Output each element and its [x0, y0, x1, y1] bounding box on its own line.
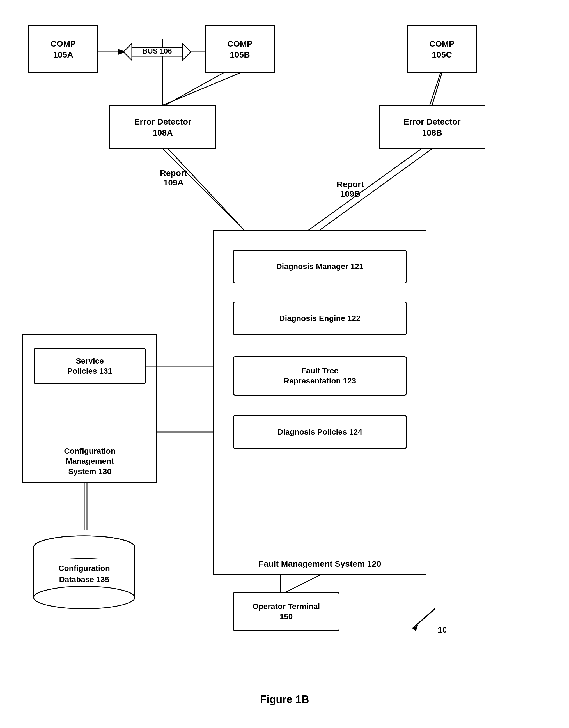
svg-marker-14 — [123, 43, 132, 60]
error-detector-108b: Error Detector108B — [379, 105, 485, 149]
reference-100: 100 — [401, 603, 446, 638]
diagnosis-policies-124: Diagnosis Policies 124 — [233, 415, 407, 449]
fault-tree-representation-123: Fault Tree Representation 123 — [233, 356, 407, 396]
arrow-100-svg: 100 — [401, 603, 446, 637]
svg-line-23 — [412, 609, 435, 628]
svg-line-7 — [309, 143, 429, 230]
comp-105c: COMP 105C — [407, 25, 477, 73]
svg-text:100: 100 — [438, 625, 446, 634]
diagnosis-engine-122: Diagnosis Engine 122 — [233, 302, 407, 335]
service-policies-131: Service Policies 131 — [34, 348, 146, 384]
diagram: COMP 105A BUS 106 COMP 105B COMP 105C Er… — [0, 0, 569, 728]
report-109b-label: Report 109B — [337, 180, 364, 199]
operator-terminal-150: Operator Terminal 150 — [233, 592, 339, 631]
comp-105a: COMP 105A — [28, 25, 98, 73]
config-database-135: Configuration Database 135 — [28, 530, 140, 609]
svg-text:BUS 106: BUS 106 — [142, 47, 172, 55]
figure-label: Figure 1B — [260, 693, 309, 706]
error-detector-108a: Error Detector108A — [109, 105, 216, 149]
svg-rect-20 — [34, 547, 134, 558]
svg-marker-15 — [182, 43, 191, 60]
svg-text:Configuration: Configuration — [58, 564, 110, 573]
svg-point-19 — [34, 586, 135, 609]
report-109a-label: Report 109A — [160, 168, 187, 187]
svg-line-28 — [163, 149, 244, 230]
database-cylinder-svg: Configuration Database 135 — [28, 530, 140, 609]
svg-line-27 — [432, 73, 442, 105]
svg-line-26 — [163, 73, 240, 105]
diagnosis-manager-121: Diagnosis Manager 121 — [233, 250, 407, 283]
svg-line-32 — [286, 575, 320, 592]
comp-105b: COMP 105B — [205, 25, 275, 73]
svg-text:Database 135: Database 135 — [59, 575, 109, 584]
bus-arrow: BUS 106 — [123, 41, 191, 63]
